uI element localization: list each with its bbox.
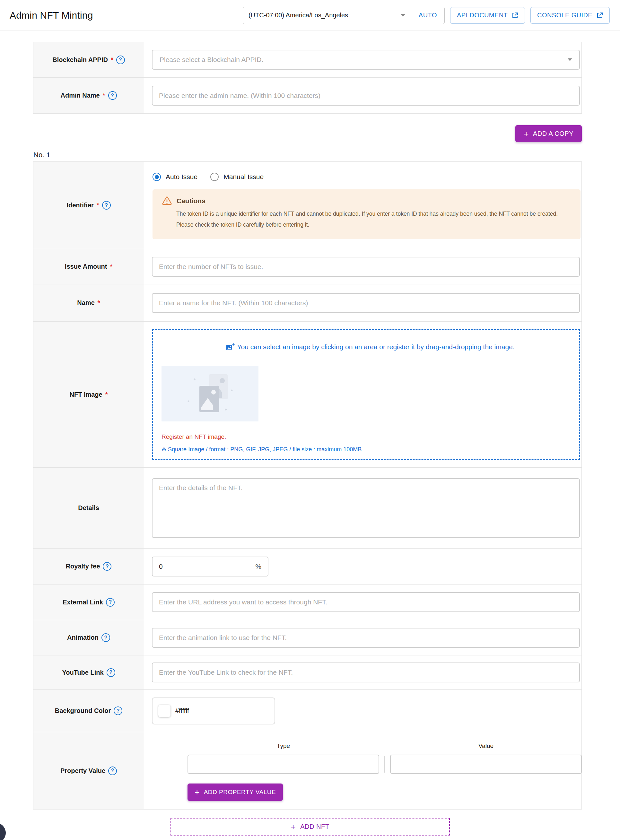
help-icon[interactable]: ? xyxy=(102,201,111,210)
nft-image-row: NFT Image * You can select an image by c… xyxy=(33,322,581,468)
name-row: Name * xyxy=(33,284,581,322)
timezone-select[interactable]: (UTC-07:00) America/Los_Angeles xyxy=(243,7,411,24)
royalty-fee-label-cell: Royalty fee ? xyxy=(33,548,144,584)
help-icon[interactable]: ? xyxy=(103,562,111,571)
details-row: Details xyxy=(33,468,581,548)
admin-name-content-cell xyxy=(144,78,581,113)
nft-name-input[interactable] xyxy=(152,293,580,313)
youtube-link-label-cell: YouTube Link ? xyxy=(33,655,144,690)
console-guide-button[interactable]: CONSOLE GUIDE xyxy=(530,7,610,24)
required-mark: * xyxy=(103,92,105,99)
api-document-label: API DOCUMENT xyxy=(457,12,508,19)
admin-name-input[interactable] xyxy=(152,86,580,105)
help-icon[interactable]: ? xyxy=(101,633,110,642)
caret-down-icon xyxy=(401,14,405,17)
property-value-input[interactable] xyxy=(390,754,582,774)
nft-form-table: Identifier * ? Auto Issue Manual Issue xyxy=(33,161,582,810)
background-color-field[interactable]: #ffffff xyxy=(152,697,275,724)
details-textarea[interactable] xyxy=(152,478,580,538)
name-label-cell: Name * xyxy=(33,284,144,321)
background-color-label-cell: Background Color ? xyxy=(33,690,144,732)
property-value-label: Property Value xyxy=(60,767,105,774)
blockchain-appid-select[interactable]: Please select a Blockchain APPID. xyxy=(152,50,580,70)
add-nft-button[interactable]: + ADD NFT xyxy=(170,818,450,835)
required-mark: * xyxy=(111,56,113,63)
issue-amount-label-cell: Issue Amount * xyxy=(33,249,144,284)
external-link-label: External Link xyxy=(63,599,103,606)
plus-icon: + xyxy=(291,823,296,831)
youtube-link-label: YouTube Link xyxy=(62,669,103,676)
animation-label-cell: Animation ? xyxy=(33,620,144,655)
identifier-content-cell: Auto Issue Manual Issue Cautio xyxy=(144,162,588,249)
property-value-row: Property Value ? Type Value + ADD PROPER… xyxy=(33,732,581,809)
help-icon[interactable]: ? xyxy=(116,56,125,64)
auto-button[interactable]: AUTO xyxy=(411,7,445,24)
blockchain-appid-row: Blockchain APPID * ? Please select a Blo… xyxy=(33,42,581,78)
external-link-input[interactable] xyxy=(152,592,580,612)
blockchain-appid-label-cell: Blockchain APPID * ? xyxy=(33,42,144,77)
admin-name-label-cell: Admin Name * ? xyxy=(33,78,144,113)
admin-name-label: Admin Name xyxy=(60,92,99,99)
caution-alert: Cautions The token ID is a unique identi… xyxy=(152,189,581,239)
details-label: Details xyxy=(78,504,99,512)
details-content-cell xyxy=(144,468,581,548)
issue-mode-radio-group: Auto Issue Manual Issue xyxy=(152,173,588,181)
issue-amount-row: Issue Amount * xyxy=(33,249,581,284)
manual-issue-radio[interactable]: Manual Issue xyxy=(210,173,263,181)
help-icon[interactable]: ? xyxy=(106,598,114,607)
photo-placeholder-icon xyxy=(179,370,241,417)
content-area: Blockchain APPID * ? Please select a Blo… xyxy=(33,42,582,810)
image-placeholder xyxy=(161,366,259,421)
auto-issue-radio[interactable]: Auto Issue xyxy=(152,173,197,181)
nft-image-content-cell: You can select an image by clicking on a… xyxy=(144,322,581,467)
background-color-content-cell: #ffffff xyxy=(144,690,581,732)
color-swatch[interactable] xyxy=(158,705,170,717)
external-link-row: External Link ? xyxy=(33,585,581,620)
external-link-label-cell: External Link ? xyxy=(33,585,144,620)
timezone-selected-value: (UTC-07:00) America/Los_Angeles xyxy=(248,12,348,19)
nft-image-label: NFT Image xyxy=(69,391,102,398)
royalty-fee-input[interactable]: 0 % xyxy=(152,557,268,577)
blockchain-appid-content-cell: Please select a Blockchain APPID. xyxy=(144,42,581,77)
add-property-wrap: + ADD PROPERTY VALUE xyxy=(188,783,582,801)
name-content-cell xyxy=(144,284,581,321)
royalty-fee-content-cell: 0 % xyxy=(144,548,581,584)
background-color-value: #ffffff xyxy=(175,707,189,714)
external-link-content-cell xyxy=(144,585,581,620)
auto-issue-label: Auto Issue xyxy=(166,173,197,181)
add-copy-button[interactable]: + ADD A COPY xyxy=(515,125,582,142)
add-property-value-label: ADD PROPERTY VALUE xyxy=(204,789,276,796)
youtube-link-row: YouTube Link ? xyxy=(33,655,581,690)
youtube-link-input[interactable] xyxy=(152,663,580,682)
identifier-row: Identifier * ? Auto Issue Manual Issue xyxy=(33,162,581,249)
nft-image-dropzone[interactable]: You can select an image by clicking on a… xyxy=(152,329,580,460)
royalty-fee-value: 0 xyxy=(159,563,163,570)
property-inputs-row xyxy=(152,754,582,774)
console-guide-label: CONSOLE GUIDE xyxy=(537,12,592,19)
help-icon[interactable]: ? xyxy=(108,766,117,775)
add-nft-label: ADD NFT xyxy=(300,823,329,830)
image-error-text: Register an NFT image. xyxy=(161,433,579,440)
animation-input[interactable] xyxy=(152,628,580,648)
plus-icon: + xyxy=(524,130,529,138)
issue-amount-content-cell xyxy=(144,249,581,284)
page-header: Admin NFT Minting (UTC-07:00) America/Lo… xyxy=(0,0,620,31)
dropzone-instruction-line: You can select an image by clicking on a… xyxy=(161,343,579,352)
identifier-label-cell: Identifier * ? xyxy=(33,162,144,249)
property-type-input[interactable] xyxy=(188,754,379,774)
add-property-value-button[interactable]: + ADD PROPERTY VALUE xyxy=(188,783,283,801)
caution-body: The token ID is a unique identifier for … xyxy=(176,208,571,230)
api-document-button[interactable]: API DOCUMENT xyxy=(450,7,525,24)
blockchain-appid-placeholder: Please select a Blockchain APPID. xyxy=(160,56,263,63)
required-mark: * xyxy=(105,391,108,398)
property-value-label-cell: Property Value ? xyxy=(33,732,144,809)
help-icon[interactable]: ? xyxy=(114,706,122,715)
help-icon[interactable]: ? xyxy=(107,668,115,677)
issue-amount-input[interactable] xyxy=(152,257,580,276)
property-value-header: Value xyxy=(390,742,582,750)
help-icon[interactable]: ? xyxy=(108,91,117,100)
admin-name-row: Admin Name * ? xyxy=(33,78,581,113)
background-color-label: Background Color xyxy=(55,707,111,714)
royalty-fee-unit: % xyxy=(255,563,261,570)
floating-action-button[interactable] xyxy=(0,823,6,840)
